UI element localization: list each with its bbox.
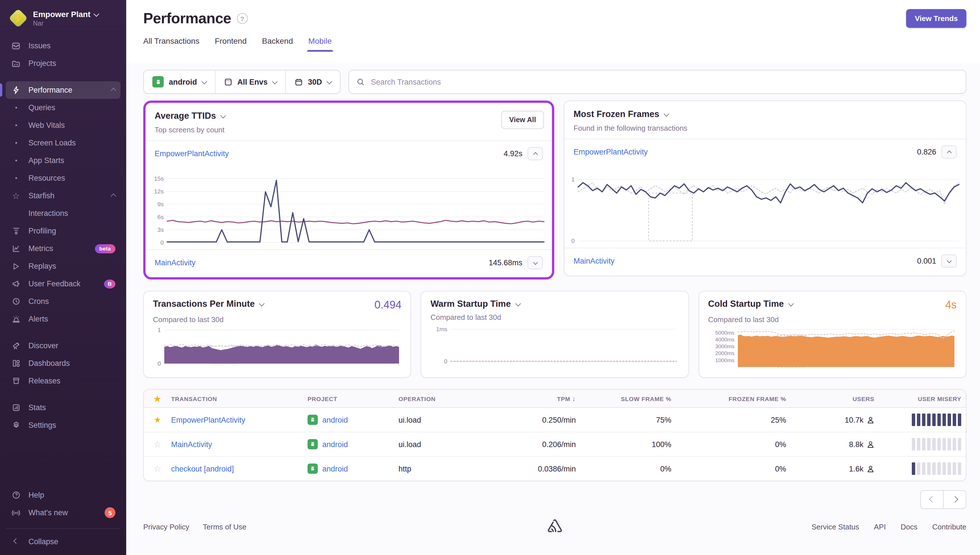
sidebar-item-dashboards[interactable]: Dashboards xyxy=(6,354,120,372)
main-content: android All Envs 30D xyxy=(126,64,980,555)
sidebar-item-help[interactable]: Help xyxy=(6,486,120,504)
svg-text:0: 0 xyxy=(157,360,161,367)
sidebar-item-profiling[interactable]: Profiling xyxy=(6,222,120,240)
collapse-row-button[interactable] xyxy=(527,147,543,160)
tab-mobile[interactable]: Mobile xyxy=(308,36,332,52)
ttids-card-title-row[interactable]: Average TTIDs xyxy=(154,111,543,121)
page-header: Performance ? View Trends All Transactio… xyxy=(126,0,980,64)
transaction-link[interactable]: EmpowerPlantActivity xyxy=(154,149,229,158)
sidebar-item-interactions[interactable]: Interactions xyxy=(6,204,120,222)
col-project[interactable]: PROJECT xyxy=(307,395,398,402)
star-toggle[interactable]: ☆ xyxy=(144,464,171,474)
contribute-link[interactable]: Contribute xyxy=(932,523,966,531)
collapse-row-button[interactable] xyxy=(941,146,957,159)
sidebar-item-label: Starfish xyxy=(29,191,55,200)
date-range-filter[interactable]: 30D xyxy=(285,71,340,93)
svg-text:12s: 12s xyxy=(154,188,164,194)
chevron-left-icon xyxy=(11,540,21,543)
svg-text:5000ms: 5000ms xyxy=(715,330,734,336)
terms-of-use-link[interactable]: Terms of Use xyxy=(203,523,246,531)
transaction-link[interactable]: MainActivity xyxy=(154,258,196,267)
sidebar-item-projects[interactable]: Projects xyxy=(6,55,120,72)
project-filter[interactable]: android xyxy=(144,71,215,93)
folder-code-icon xyxy=(11,59,21,68)
col-transaction[interactable]: TRANSACTION xyxy=(171,395,307,402)
col-tpm[interactable]: TPM ↓ xyxy=(490,395,576,403)
transaction-link[interactable]: EmpowerPlantActivity xyxy=(171,415,307,424)
sidebar-item-replays[interactable]: Replays xyxy=(6,257,120,275)
metric-value: 4.92s xyxy=(504,149,522,158)
col-slow-frame[interactable]: SLOW FRAME % xyxy=(576,395,672,402)
col-users[interactable]: USERS xyxy=(786,395,874,402)
sidebar-item-starfish[interactable]: ☆ Starfish xyxy=(6,187,120,204)
transaction-link[interactable]: checkout [android] xyxy=(171,464,307,473)
metric-value: 145.68ms xyxy=(488,258,522,267)
expand-row-button[interactable] xyxy=(941,255,957,268)
sidebar-item-performance[interactable]: Performance xyxy=(6,81,120,99)
sidebar-item-alerts[interactable]: Alerts xyxy=(6,310,120,328)
project-link[interactable]: android xyxy=(307,464,398,474)
expand-row-button[interactable] xyxy=(527,256,543,269)
sidebar-item-screen-loads[interactable]: Screen Loads xyxy=(6,134,120,152)
sidebar-item-resources[interactable]: Resources xyxy=(6,169,120,187)
privacy-policy-link[interactable]: Privacy Policy xyxy=(143,523,189,531)
page-filter-group: android All Envs 30D xyxy=(143,70,340,94)
sidebar-item-discover[interactable]: Discover xyxy=(6,337,120,354)
previous-page-button[interactable] xyxy=(920,490,944,509)
next-page-button[interactable] xyxy=(943,490,966,509)
sidebar-item-releases[interactable]: Releases xyxy=(6,372,120,390)
sidebar-item-stats[interactable]: Stats xyxy=(6,399,120,416)
transaction-link[interactable]: EmpowerPlantActivity xyxy=(574,148,648,156)
ttids-row-mainactivity: MainActivity 145.68ms xyxy=(146,249,552,276)
star-toggle[interactable]: ★ xyxy=(144,415,171,425)
sidebar-item-web-vitals[interactable]: Web Vitals xyxy=(6,117,120,134)
tab-backend[interactable]: Backend xyxy=(262,36,293,52)
org-switcher[interactable]: ⚡ Empower Plant Nar xyxy=(0,0,126,35)
col-operation[interactable]: OPERATION xyxy=(398,395,490,402)
docs-link[interactable]: Docs xyxy=(901,523,917,531)
api-link[interactable]: API xyxy=(874,523,886,531)
tpm-card-title-row[interactable]: Transactions Per Minute xyxy=(153,299,264,309)
card-title: Transactions Per Minute xyxy=(153,299,255,309)
project-link[interactable]: android xyxy=(307,439,398,449)
metric-value: 0.001 xyxy=(917,257,936,265)
help-tooltip-icon[interactable]: ? xyxy=(237,13,247,24)
transaction-link[interactable]: MainActivity xyxy=(574,257,614,265)
frozen-card-title-row[interactable]: Most Frozen Frames xyxy=(574,109,957,119)
col-frozen-frame[interactable]: FROZEN FRAME % xyxy=(672,395,786,402)
sidebar-item-queries[interactable]: Queries xyxy=(6,99,120,117)
sort-desc-icon: ↓ xyxy=(572,395,576,403)
view-trends-button[interactable]: View Trends xyxy=(906,9,966,28)
table-header: ★ TRANSACTION PROJECT OPERATION TPM ↓ SL… xyxy=(144,390,966,408)
tab-all-transactions[interactable]: All Transactions xyxy=(143,36,199,52)
clock-icon xyxy=(11,297,21,306)
star-icon: ★ xyxy=(144,394,171,403)
sidebar-item-crons[interactable]: Crons xyxy=(6,292,120,310)
sidebar-collapse-button[interactable]: Collapse xyxy=(6,533,120,550)
sidebar-item-app-starts[interactable]: App Starts xyxy=(6,152,120,169)
sidebar-item-user-feedback[interactable]: User Feedback B xyxy=(6,275,120,292)
search-input[interactable] xyxy=(370,77,958,87)
environment-filter[interactable]: All Envs xyxy=(215,71,285,93)
sidebar-item-issues[interactable]: Issues xyxy=(6,37,120,55)
transaction-link[interactable]: MainActivity xyxy=(171,440,307,449)
warm-card-title-row[interactable]: Warm Startup Time xyxy=(431,299,520,309)
sidebar-item-whats-new[interactable]: What's new 5 xyxy=(6,504,120,521)
sidebar-item-settings[interactable]: Settings xyxy=(6,416,120,434)
col-user-misery[interactable]: USER MISERY xyxy=(874,395,966,402)
view-all-button[interactable]: View All xyxy=(501,111,544,129)
android-project-icon xyxy=(307,439,318,449)
service-status-link[interactable]: Service Status xyxy=(811,523,859,531)
calendar-icon xyxy=(294,77,303,86)
cold-card-title-row[interactable]: Cold Startup Time xyxy=(708,299,793,309)
bullet-icon xyxy=(11,124,21,126)
card-title: Most Frozen Frames xyxy=(574,109,659,119)
tab-frontend[interactable]: Frontend xyxy=(215,36,247,52)
svg-text:1: 1 xyxy=(157,327,161,333)
metric-value: 0.826 xyxy=(917,148,936,156)
project-link[interactable]: android xyxy=(307,415,398,425)
star-toggle[interactable]: ☆ xyxy=(144,439,171,449)
sidebar-item-metrics[interactable]: Metrics beta xyxy=(6,240,120,257)
table-row: ★ EmpowerPlantActivity android ui.load 0… xyxy=(144,408,966,432)
sidebar-nav: Issues Projects Performance Queries Web … xyxy=(0,35,126,486)
